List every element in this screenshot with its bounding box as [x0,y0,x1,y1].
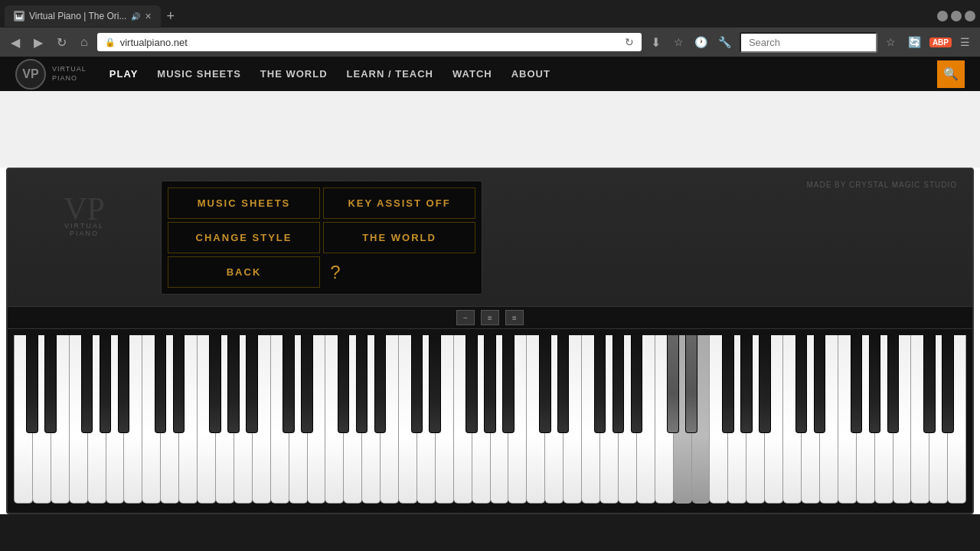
toolbar-icons: ☆ 🕐 🔧 [670,34,735,50]
extensions-button[interactable]: 🔧 [714,34,735,50]
download-button[interactable]: ⬇ [646,34,665,51]
black-keys-row [14,335,966,433]
browser-toolbar: ◀ ▶ ↻ ⌂ 🔒 virtualpiano.net ↻ ⬇ ☆ 🕐 🔧 ☆ 🔄… [0,28,980,57]
logo-image: VP [15,59,46,90]
the-world-button[interactable]: THE WORLD [323,222,475,253]
menu-panel: MUSIC SHEETS KEY ASSIST OFF CHANGE STYLE… [161,181,482,295]
black-key[interactable] [118,335,130,433]
nav-music-sheets[interactable]: MUSIC SHEETS [157,68,241,80]
site-navbar: VP VIRTUALPIANO PLAY MUSIC SHEETS THE WO… [0,57,980,91]
piano-ctrl-minus[interactable]: − [456,310,475,325]
key-assist-button[interactable]: KEY ASSIST OFF [323,187,475,219]
star-button[interactable]: ☆ [882,34,900,50]
black-key[interactable] [301,335,313,433]
logo-text: VIRTUALPIANO [52,65,87,83]
tab-favicon: 🎹 [14,11,24,21]
new-tab-button[interactable]: + [161,8,181,24]
black-key[interactable] [887,335,900,433]
black-key[interactable] [722,335,734,433]
black-key[interactable] [100,335,112,433]
black-key[interactable] [795,335,808,433]
site-search-button[interactable]: 🔍 [937,60,965,88]
black-key[interactable] [667,335,679,433]
site-nav-links: PLAY MUSIC SHEETS THE WORLD LEARN / TEAC… [109,68,550,80]
black-key[interactable] [612,335,625,433]
browser-chrome: 🎹 Virtual Piano | The Ori... 🔊 × + ◀ ▶ ↻… [0,0,980,57]
black-key[interactable] [942,335,954,433]
black-key[interactable] [356,335,368,433]
black-key[interactable] [374,335,387,433]
close-button[interactable] [965,11,975,21]
black-key[interactable] [227,335,240,433]
piano-logo-name: VIRTUALPIANO [64,222,105,237]
black-key[interactable] [502,335,514,433]
adblock-badge[interactable]: ABP [929,37,952,47]
tab-title: Virtual Piano | The Ori... [29,11,126,21]
black-key[interactable] [173,335,185,433]
menu-button[interactable]: ☰ [956,34,974,50]
keys-container [14,335,966,504]
site-logo[interactable]: VP VIRTUALPIANO [15,59,87,90]
piano-app: VP VIRTUALPIANO MUSIC SHEETS KEY ASSIST … [6,168,974,514]
forward-button[interactable]: ▶ [29,34,47,51]
piano-logo-vp: VP [64,193,105,225]
back-button[interactable]: ◀ [6,34,24,51]
black-key[interactable] [923,335,936,433]
refresh-button[interactable]: ↻ [52,34,71,51]
header-space [0,91,980,168]
black-key[interactable] [81,335,93,433]
piano-ctrl-menu2[interactable]: ≡ [505,310,524,325]
help-button[interactable]: ? [323,260,348,285]
black-key[interactable] [429,335,441,433]
black-key[interactable] [685,335,697,433]
black-key[interactable] [759,335,771,433]
url-text: virtualpiano.net [120,37,620,48]
piano-logo: VP VIRTUALPIANO [23,181,145,249]
black-key[interactable] [869,335,881,433]
tab-close-button[interactable]: × [145,10,151,22]
piano-keys-section [8,329,972,513]
search-input[interactable] [740,32,877,53]
black-key[interactable] [484,335,496,433]
black-key[interactable] [209,335,221,433]
black-key[interactable] [814,335,826,433]
bookmark-button[interactable]: ☆ [670,34,688,50]
active-tab[interactable]: 🎹 Virtual Piano | The Ori... 🔊 × [5,5,161,27]
black-key[interactable] [740,335,753,433]
black-key[interactable] [411,335,423,433]
black-key[interactable] [851,335,863,433]
sync-button[interactable]: 🔄 [904,34,925,50]
back-button-piano[interactable]: BACK [168,256,320,288]
black-key[interactable] [338,335,350,433]
black-key[interactable] [44,335,57,433]
history-button[interactable]: 🕐 [691,34,711,50]
tab-mute-icon[interactable]: 🔊 [131,12,140,21]
black-key[interactable] [26,335,38,433]
nav-the-world[interactable]: THE WORLD [260,68,328,80]
piano-ctrl-menu[interactable]: ≡ [481,310,499,325]
black-key[interactable] [155,335,167,433]
website: VP VIRTUALPIANO PLAY MUSIC SHEETS THE WO… [0,57,980,514]
lock-icon: 🔒 [105,37,116,47]
nav-watch[interactable]: WATCH [452,68,492,80]
black-key[interactable] [539,335,551,433]
nav-play[interactable]: PLAY [109,68,138,80]
change-style-button[interactable]: CHANGE STYLE [168,222,320,253]
black-key[interactable] [246,335,258,433]
black-key[interactable] [594,335,606,433]
black-key[interactable] [557,335,570,433]
address-bar[interactable]: 🔒 virtualpiano.net ↻ [97,33,642,51]
minimize-button[interactable] [937,11,948,21]
nav-about[interactable]: ABOUT [511,68,550,80]
black-key[interactable] [631,335,643,433]
black-key[interactable] [283,335,295,433]
nav-learn-teach[interactable]: LEARN / TEACH [347,68,433,80]
home-button[interactable]: ⌂ [76,34,93,51]
black-key[interactable] [466,335,478,433]
piano-top-panel: VP VIRTUALPIANO MUSIC SHEETS KEY ASSIST … [8,169,972,306]
maximize-button[interactable] [951,11,962,21]
address-refresh-icon: ↻ [625,36,634,48]
piano-controls-bar: − ≡ ≡ [8,306,972,329]
music-sheets-button[interactable]: MUSIC SHEETS [168,187,320,219]
window-controls [937,11,975,21]
